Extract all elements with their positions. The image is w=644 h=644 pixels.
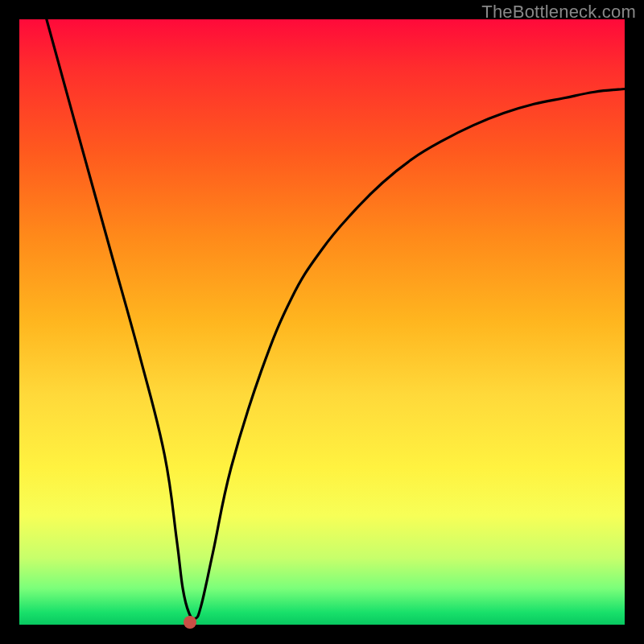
- optimal-point-marker: [184, 616, 196, 629]
- bottleneck-curve: [19, 19, 625, 625]
- plot-area: [19, 19, 625, 625]
- chart-frame: TheBottleneck.com: [0, 0, 644, 644]
